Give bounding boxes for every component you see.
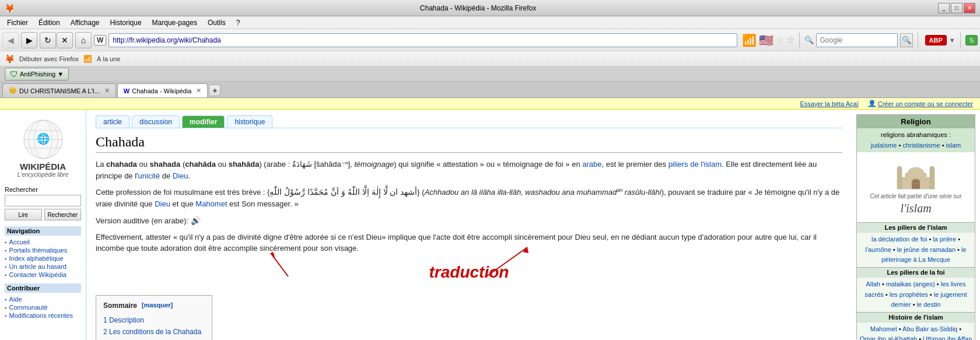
sidebar-item-aide[interactable]: ▪ Aide bbox=[5, 295, 81, 303]
tab-bar: 😊 DU CHRISTIANISME A L'I... ✕ W Chahada … bbox=[0, 82, 980, 98]
sidebar-item-portails-label: Portails thématiques bbox=[9, 247, 68, 254]
menu-help[interactable]: ? bbox=[232, 17, 245, 28]
abp-button[interactable]: ABP bbox=[925, 35, 947, 45]
sidebar-search-input[interactable] bbox=[5, 195, 81, 206]
link-christianisme[interactable]: christianisme bbox=[902, 142, 940, 149]
toc-item-0[interactable]: 1 Description bbox=[103, 314, 205, 326]
menu-edition[interactable]: Édition bbox=[34, 17, 65, 28]
link-piliers[interactable]: piliers de l'islam bbox=[668, 160, 722, 169]
window-controls[interactable]: _ □ ✕ bbox=[938, 3, 975, 13]
tab-historique[interactable]: historique bbox=[227, 115, 272, 128]
link-mahomet2[interactable]: Mahomet bbox=[870, 325, 897, 332]
bookmark-news[interactable]: À la une bbox=[97, 55, 120, 62]
link-aumone[interactable]: l'aumône bbox=[865, 246, 891, 253]
tab-0-close[interactable]: ✕ bbox=[104, 87, 110, 94]
search-button[interactable]: 🔍 bbox=[900, 33, 913, 47]
wiki-home-button[interactable]: W bbox=[94, 35, 106, 45]
account-link-label: Créer un compte ou se connecter bbox=[878, 100, 973, 107]
sidebar-item-index[interactable]: ▪ Index alphabétique bbox=[5, 254, 81, 262]
bookmark-star-icon[interactable]: ☆ bbox=[776, 34, 784, 45]
link-malaikas[interactable]: malaikas (anges) bbox=[886, 281, 935, 288]
bookmark-star2-icon[interactable]: ☆ bbox=[786, 34, 794, 45]
home-button[interactable]: ⌂ bbox=[75, 32, 92, 48]
sidebar-item-modifications[interactable]: ▪ Modifications récentes bbox=[5, 311, 81, 320]
stop-button[interactable]: ✕ bbox=[57, 32, 73, 48]
link-priere[interactable]: la prière bbox=[933, 236, 956, 243]
link-allah[interactable]: Allah bbox=[866, 281, 880, 288]
bookmark-rss-icon[interactable]: 📶 bbox=[83, 55, 92, 63]
shield-icon: 🛡 bbox=[10, 69, 18, 79]
bookmark-firefox[interactable]: Débuter avec Firefox bbox=[19, 55, 79, 62]
link-unicite[interactable]: unicité bbox=[138, 171, 160, 180]
tab-1[interactable]: W Chahada - Wikipédia ✕ bbox=[117, 83, 208, 97]
link-prophetes[interactable]: les prophètes bbox=[890, 291, 928, 298]
green-button[interactable]: S bbox=[965, 35, 978, 45]
toc-item-2[interactable]: 3 La chahada dans le Coran bbox=[103, 338, 205, 341]
sidebar-item-contact[interactable]: ▪ Contacter Wikipédia bbox=[5, 271, 81, 279]
link-dieu2[interactable]: Dieu bbox=[155, 199, 170, 208]
religion-section-piliers: Les piliers de l'islam bbox=[857, 222, 975, 232]
forward-button[interactable]: ▶ bbox=[21, 32, 37, 48]
menu-historique[interactable]: Historique bbox=[106, 17, 146, 28]
tab-0[interactable]: 😊 DU CHRISTIANISME A L'I... ✕ bbox=[2, 83, 116, 97]
address-bar[interactable] bbox=[108, 33, 737, 47]
minimize-button[interactable]: _ bbox=[938, 3, 950, 13]
tab-0-label: DU CHRISTIANISME A L'I... bbox=[19, 87, 100, 94]
account-link[interactable]: 👤 Créer un compte ou se connecter bbox=[868, 100, 973, 107]
audio-play-icon[interactable]: 🔊 bbox=[191, 216, 201, 225]
traduction-text-container: traduction bbox=[212, 260, 726, 285]
link-mahomet[interactable]: Mahomet bbox=[195, 199, 227, 208]
search-icon[interactable]: 🔍 bbox=[804, 36, 814, 44]
nav-section-title: Navigation bbox=[5, 226, 81, 236]
link-destin[interactable]: le destin bbox=[917, 301, 941, 308]
lire-button[interactable]: Lire bbox=[5, 209, 42, 220]
link-declaration-foi[interactable]: la déclaration de foi bbox=[872, 236, 927, 243]
menu-fichier[interactable]: Fichier bbox=[2, 17, 33, 28]
menu-marque-pages[interactable]: Marque-pages bbox=[148, 17, 202, 28]
link-abubakr[interactable]: Abu Bakr as-Siddiq bbox=[902, 325, 957, 332]
sep2: • bbox=[942, 142, 946, 149]
sidebar-item-communaute[interactable]: ▪ Communauté bbox=[5, 303, 81, 311]
arabic-text: أشهد ان لَّا إِلٰهَ اِلَّا اللّٰهُ وَ اَ… bbox=[270, 187, 417, 197]
back-button[interactable]: ◀ bbox=[2, 32, 19, 48]
toc-item-1[interactable]: 2 Les conditions de la Chahada bbox=[103, 326, 205, 338]
maximize-button[interactable]: □ bbox=[951, 3, 963, 13]
tab-1-favicon: W bbox=[124, 87, 130, 94]
reload-icon: ↻ bbox=[44, 36, 51, 45]
search-input[interactable] bbox=[816, 33, 898, 47]
link-judaisme[interactable]: judaïsme bbox=[871, 142, 897, 149]
tab-modifier[interactable]: modifier bbox=[182, 115, 225, 128]
link-jeune[interactable]: le jeûne de ramadan bbox=[897, 246, 956, 253]
sidebar-item-portails[interactable]: ▪ Portails thématiques bbox=[5, 246, 81, 254]
link-dieu[interactable]: Dieu bbox=[173, 171, 188, 180]
link-islam[interactable]: islam bbox=[946, 142, 961, 149]
sidebar-item-index-label: Index alphabétique bbox=[9, 255, 64, 262]
reload-button[interactable]: ↻ bbox=[40, 32, 56, 48]
toc-hide-button[interactable]: [masquer] bbox=[142, 300, 173, 310]
close-button[interactable]: ✕ bbox=[964, 3, 975, 13]
menu-affichage[interactable]: Affichage bbox=[66, 17, 104, 28]
beta-link[interactable]: Essayer la béta Açaï bbox=[800, 100, 858, 107]
sidebar-search-button[interactable]: Rechercher bbox=[44, 209, 82, 220]
title-bar: 🦊 Chahada - Wikipédia - Mozilla Firefox … bbox=[0, 0, 980, 16]
sup-an: an bbox=[617, 187, 622, 193]
nav-section: Navigation ▪ Accueil ▪ Portails thématiq… bbox=[0, 224, 86, 281]
beta-bar: Essayer la béta Açaï 👤 Créer un compte o… bbox=[0, 98, 980, 110]
rss-icon[interactable]: 📶 bbox=[742, 33, 757, 47]
svg-point-19 bbox=[912, 179, 920, 184]
sidebar-item-accueil[interactable]: ▪ Accueil bbox=[5, 238, 81, 246]
tab-discussion[interactable]: discussion bbox=[132, 115, 180, 128]
tab-article[interactable]: article bbox=[96, 115, 130, 128]
link-omar[interactable]: Omar ibn al-Khattab bbox=[860, 335, 917, 340]
bookmark-firefox-label: Débuter avec Firefox bbox=[19, 55, 79, 62]
sidebar-item-hasard[interactable]: ▪ Un article au hasard bbox=[5, 262, 81, 271]
link-arabe[interactable]: arabe bbox=[582, 160, 601, 169]
link-uthman[interactable]: Uthman ibn Affan bbox=[923, 335, 972, 340]
menu-outils[interactable]: Outils bbox=[203, 17, 230, 28]
antiphishing-button[interactable]: 🛡 AntiPhishing ▼ bbox=[5, 68, 69, 80]
forward-icon: ▶ bbox=[26, 36, 33, 45]
home-icon: ⌂ bbox=[81, 36, 86, 45]
abp-dropdown[interactable]: ▼ bbox=[949, 37, 956, 44]
new-tab-button[interactable]: + bbox=[209, 85, 220, 96]
tab-1-close[interactable]: ✕ bbox=[196, 87, 201, 94]
